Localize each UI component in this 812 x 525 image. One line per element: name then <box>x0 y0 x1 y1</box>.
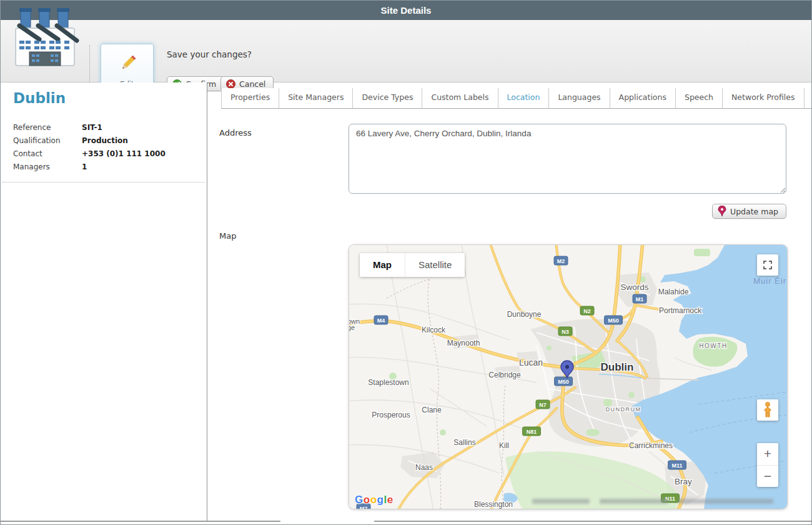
attribution-segment[interactable] <box>600 499 668 504</box>
fullscreen-icon <box>762 259 773 271</box>
field-label: Qualification <box>13 136 82 146</box>
map-road-badge: M2 <box>554 256 568 265</box>
map-town-label: ge <box>349 324 355 331</box>
map-town-label: Kilcock <box>422 326 446 334</box>
map-road-badge: N7 <box>536 400 550 409</box>
update-map-label: Update map <box>730 207 778 216</box>
fullscreen-button[interactable] <box>757 254 778 276</box>
field-value: SIT-1 <box>82 123 102 132</box>
field-label: Managers <box>13 162 82 172</box>
map-town-label: Malahide <box>658 288 689 296</box>
tab-site-managers[interactable]: Site Managers <box>279 88 353 108</box>
map-canvas[interactable]: M2M1N2M50M4N3M50N7N81M11N11M7 owngeDunbo… <box>349 245 787 509</box>
map-road-badge: N3 <box>558 327 572 336</box>
map-town-label: Naas <box>415 463 433 472</box>
map-town-label: Celbridge <box>488 371 521 379</box>
map-field-label: Map <box>219 231 236 241</box>
map-road-badge: M50 <box>605 316 623 324</box>
map-town-label: Bray <box>675 477 692 486</box>
map-town-label: Swords <box>620 282 648 292</box>
map-road-badge: M50 <box>555 377 573 386</box>
map-town-label: Lucan <box>519 358 543 368</box>
attribution-segment[interactable] <box>678 499 773 504</box>
factory-icon <box>11 6 79 68</box>
map-road-badge: M11 <box>668 461 686 469</box>
tab-time-period[interactable]: Time Period <box>805 88 812 108</box>
map-town-label: Clane <box>422 406 442 414</box>
map-road-badge: N2 <box>580 306 594 315</box>
map-road-badge: M1 <box>633 294 646 303</box>
bottom-border-left <box>1 521 280 522</box>
map-town-label: Portmarnock <box>659 306 702 315</box>
map-town-label: Carrickmines <box>629 441 673 450</box>
zoom-in-button[interactable]: + <box>757 443 778 466</box>
street-view-pegman-button[interactable] <box>757 399 778 421</box>
map-pin-icon <box>718 206 726 217</box>
map-type-map-button[interactable]: Map <box>360 253 405 277</box>
map-town-label: Maynooth <box>447 339 480 348</box>
address-input[interactable]: 66 Lavery Ave, Cherry Orchard, Dublin, I… <box>349 124 786 194</box>
map-attribution-blurred <box>532 499 773 504</box>
svg-text:N81: N81 <box>527 429 537 435</box>
svg-text:M11: M11 <box>671 462 682 469</box>
site-field-row: ReferenceSIT-1 <box>13 123 207 132</box>
page-title: Site Details <box>1 1 811 20</box>
svg-text:M1: M1 <box>636 296 644 302</box>
map-town-label: Prosperous <box>372 411 410 419</box>
svg-text:N2: N2 <box>583 308 591 314</box>
bottom-border-right <box>374 521 811 522</box>
site-field-row: Contact+353 (0)1 111 1000 <box>13 149 207 159</box>
svg-text:M50: M50 <box>608 318 619 324</box>
svg-text:M50: M50 <box>558 379 569 385</box>
sea-name-label: Muir Éir <box>753 276 786 286</box>
attribution-segment <box>532 499 590 504</box>
site-field-row: QualificationProduction <box>13 136 207 146</box>
panel-divider <box>2 182 205 182</box>
tab-languages[interactable]: Languages <box>549 88 610 108</box>
map-town-label: Dunboyne <box>507 310 542 319</box>
tab-applications[interactable]: Applications <box>610 88 676 108</box>
main-content: PropertiesSite ManagersDevice TypesCusto… <box>207 82 811 524</box>
map-container[interactable]: M2M1N2M50M4N3M50N7N81M11N11M7 owngeDunbo… <box>349 244 788 509</box>
site-field-row: Managers1 <box>13 162 207 172</box>
map-type-satellite-button[interactable]: Satellite <box>405 253 465 277</box>
title-bar: Site Details <box>1 1 811 20</box>
tab-bar: PropertiesSite ManagersDevice TypesCusto… <box>221 88 812 109</box>
map-road-badge: M4 <box>374 316 388 324</box>
zoom-control: + − <box>757 443 778 487</box>
tab-properties[interactable]: Properties <box>222 88 279 108</box>
tab-speech[interactable]: Speech <box>676 88 723 108</box>
svg-text:N3: N3 <box>562 329 569 335</box>
map-type-control: Map Satellite <box>360 253 465 277</box>
tab-device-types[interactable]: Device Types <box>353 88 422 108</box>
field-value: +353 (0)1 111 1000 <box>82 149 166 159</box>
field-label: Contact <box>13 149 82 159</box>
site-fields: ReferenceSIT-1QualificationProductionCon… <box>13 123 207 172</box>
map-town-label: Blessington <box>474 500 513 509</box>
field-value: Production <box>82 136 128 146</box>
field-label: Reference <box>13 123 82 132</box>
google-logo: Google <box>355 494 394 506</box>
save-prompt-text: Save your changes? <box>167 49 252 59</box>
map-town-label: HOWTH <box>699 342 727 349</box>
field-value: 1 <box>82 162 87 172</box>
zoom-out-button[interactable]: − <box>757 466 778 488</box>
site-summary-panel: Dublin ReferenceSIT-1QualificationProduc… <box>1 82 207 521</box>
pegman-icon <box>763 402 773 418</box>
site-name: Dublin <box>13 90 207 106</box>
toolbar: Edit Save your changes? Confirm Cancel <box>1 20 811 82</box>
map-town-label: Sallins <box>453 438 475 447</box>
tab-network-profiles[interactable]: Network Profiles <box>723 88 805 108</box>
map-town-label: Kill <box>499 441 509 450</box>
tab-location[interactable]: Location <box>498 88 550 108</box>
site-details-window: Site Details Edit Save your changes? <box>0 0 812 525</box>
map-town-label: Dublin <box>601 361 634 373</box>
map-road-badge: N81 <box>523 427 541 436</box>
svg-text:M4: M4 <box>377 318 385 324</box>
svg-text:M2: M2 <box>557 258 565 264</box>
pencil-icon <box>118 53 138 73</box>
map-town-label: DUNDRUM <box>606 406 641 412</box>
tab-custom-labels[interactable]: Custom Labels <box>422 88 498 108</box>
address-label: Address <box>219 128 252 138</box>
update-map-button[interactable]: Update map <box>712 204 786 219</box>
